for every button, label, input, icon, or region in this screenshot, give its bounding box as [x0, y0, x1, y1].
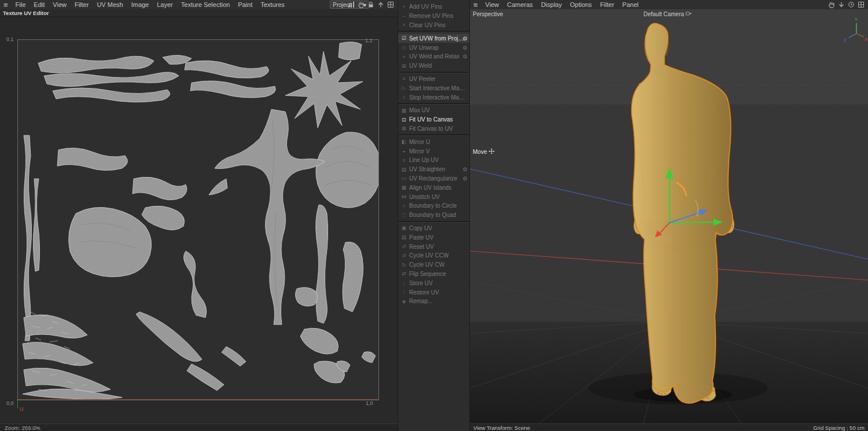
menu-edit[interactable]: Edit [30, 0, 49, 9]
command-label: Remap... [409, 298, 433, 304]
command-uv-unwrap[interactable]: ◇UV Unwrap⚙ [398, 43, 469, 52]
menu-hamburger-icon[interactable]: ≡ [0, 1, 12, 9]
command-label: Mirror U [409, 139, 430, 145]
command-label: Boundary to Circle [409, 202, 457, 209]
command-remove-uv-pins[interactable]: −Remove UV Pins [398, 12, 469, 21]
command-separator [398, 103, 469, 105]
command-label: Reset UV [409, 244, 434, 250]
command-uv-peeler[interactable]: ≡UV Peeler [398, 75, 469, 84]
cycle-ccw-icon: ↺ [400, 253, 407, 259]
menu-textures[interactable]: Textures [256, 0, 289, 9]
camera-label-text: Default Camera [643, 11, 684, 17]
view-mode-label[interactable]: Perspective [473, 11, 503, 17]
uv-coordinate-bottom-left: 0,0 [6, 400, 14, 406]
command-add-uv-pins[interactable]: +Add UV Pins [398, 2, 469, 12]
remap-icon: ◈ [400, 299, 407, 304]
uv-canvas[interactable] [17, 39, 379, 400]
arrow-up-icon[interactable] [377, 1, 384, 8]
vp-menu-panel[interactable]: Panel [618, 0, 642, 9]
grid-icon[interactable] [387, 1, 394, 8]
gear-icon[interactable]: ⚙ [462, 175, 468, 182]
hand-icon[interactable] [358, 1, 365, 8]
gear-icon[interactable]: ⚙ [462, 35, 468, 42]
max-uv-icon: ▦ [400, 108, 407, 113]
command-copy-uv[interactable]: ▣Copy UV [398, 224, 469, 233]
fit-canvas-uv-icon: ⊠ [400, 126, 407, 131]
command-set-uvw-from-projection[interactable]: ☑Set UVW from Projection⚙ [398, 34, 469, 43]
command-flip-sequence[interactable]: ⇄Flip Sequence [398, 270, 469, 279]
line-up-icon: ≡ [400, 157, 407, 163]
command-uv-weld-and-relax[interactable]: ≈UV Weld and Relax⚙ [398, 52, 469, 61]
command-start-interactive-mapping[interactable]: ▷Start Interactive Mapping [398, 83, 469, 93]
viewport-hamburger-icon[interactable]: ≡ [470, 1, 481, 9]
vp-menu-options[interactable]: Options [566, 0, 596, 9]
command-stop-interactive-mapping[interactable]: ○Stop Interactive Mapping [398, 93, 469, 102]
menu-filter[interactable]: Filter [71, 0, 93, 9]
command-mirror-v[interactable]: ◒Mirror V [398, 146, 469, 156]
arrow-down-icon[interactable] [838, 1, 845, 8]
command-restore-uv[interactable]: ↑Restore UV [398, 288, 469, 297]
viewport-3d[interactable]: Y X Z Perspective Default Camera Move [470, 9, 868, 423]
command-label: Start Interactive Mapping [409, 85, 467, 91]
command-align-uv-islands[interactable]: ▦Align UV Islands [398, 183, 469, 192]
checkbox-checked-icon: ☑ [400, 35, 407, 41]
gear-icon[interactable]: ⚙ [462, 45, 468, 51]
camera-swap-icon[interactable] [686, 11, 692, 17]
restore-icon: ↑ [400, 289, 407, 295]
grid-icon[interactable] [858, 1, 865, 8]
menu-paint[interactable]: Paint [234, 0, 256, 9]
command-unstitch-uv[interactable]: ⋈Unstitch UV [398, 192, 469, 201]
command-store-uv[interactable]: ↓Store UV [398, 278, 469, 288]
gear-icon[interactable]: ⚙ [462, 53, 468, 60]
command-uv-rectangularize[interactable]: ▭UV Rectangularize⚙ [398, 174, 469, 183]
vp-menu-display[interactable]: Display [537, 0, 566, 9]
vp-menu-filter[interactable]: Filter [596, 0, 618, 9]
command-line-up-uv[interactable]: ≡Line Up UV [398, 156, 469, 165]
menu-image[interactable]: Image [127, 0, 153, 9]
vp-menu-cameras[interactable]: Cameras [503, 0, 537, 9]
uv-coordinate-top-right: 1,1 [365, 38, 373, 43]
command-paste-uv[interactable]: ▤Paste UV [398, 233, 469, 242]
command-max-uv[interactable]: ▦Max UV [398, 106, 469, 115]
boundary-circle-icon: ○ [400, 203, 407, 209]
camera-label[interactable]: Default Camera [643, 11, 692, 17]
vp-menu-view[interactable]: View [481, 0, 503, 9]
gear-icon[interactable]: ⚙ [462, 166, 468, 172]
menu-file[interactable]: File [12, 0, 30, 9]
menu-texture-selection[interactable]: Texture Selection [177, 0, 234, 9]
command-separator [398, 221, 469, 223]
history-icon[interactable] [848, 1, 855, 8]
menu-uv-mesh[interactable]: UV Mesh [93, 0, 127, 9]
command-fit-canvas-to-uv[interactable]: ⊠Fit Canvas to UV [398, 124, 469, 134]
command-uv-straighten[interactable]: ▤UV Straighten⚙ [398, 165, 469, 174]
command-separator [398, 72, 469, 73]
histogram-icon[interactable] [348, 1, 355, 8]
mirror-u-icon: ◧ [400, 139, 407, 145]
command-boundary-to-circle[interactable]: ○Boundary to Circle [398, 201, 469, 211]
command-cycle-uv-cw[interactable]: ↻Cycle UV CW [398, 260, 469, 270]
command-label: UV Weld [409, 62, 432, 69]
command-boundary-to-quad[interactable]: □Boundary to Quad [398, 211, 469, 220]
command-label: UV Weld and Relax [409, 53, 459, 60]
align-islands-icon: ▦ [400, 185, 407, 190]
move-tool-icon [488, 148, 495, 156]
panel-title: Texture UV Editor [0, 9, 398, 17]
command-uv-weld[interactable]: ⊞UV Weld [398, 61, 469, 71]
command-fit-uv-to-canvas[interactable]: ⊡Fit UV to Canvas [398, 115, 469, 124]
command-label: Flip Sequence [409, 271, 446, 277]
command-cycle-uv-ccw[interactable]: ↺Cycle UV CCW [398, 251, 469, 260]
command-clear-uv-pins[interactable]: ×Clear UV Pins [398, 21, 469, 30]
command-label: Stop Interactive Mapping [409, 94, 467, 101]
lock-icon[interactable] [367, 1, 374, 8]
menu-view[interactable]: View [49, 0, 71, 9]
command-label: Cycle UV CW [409, 261, 444, 268]
uv-editor-menubar: ≡ FileEditViewFilterUV MeshImageLayerTex… [0, 0, 398, 10]
command-reset-uv[interactable]: ↺Reset UV [398, 242, 469, 251]
uv-command-panel: +Add UV Pins−Remove UV Pins×Clear UV Pin… [398, 0, 470, 431]
hand-icon[interactable] [828, 1, 835, 8]
command-label: Restore UV [409, 289, 439, 296]
peeler-icon: ≡ [400, 76, 407, 82]
command-remap[interactable]: ◈Remap... [398, 297, 469, 306]
command-mirror-u[interactable]: ◧Mirror U [398, 137, 469, 146]
menu-layer[interactable]: Layer [153, 0, 177, 9]
